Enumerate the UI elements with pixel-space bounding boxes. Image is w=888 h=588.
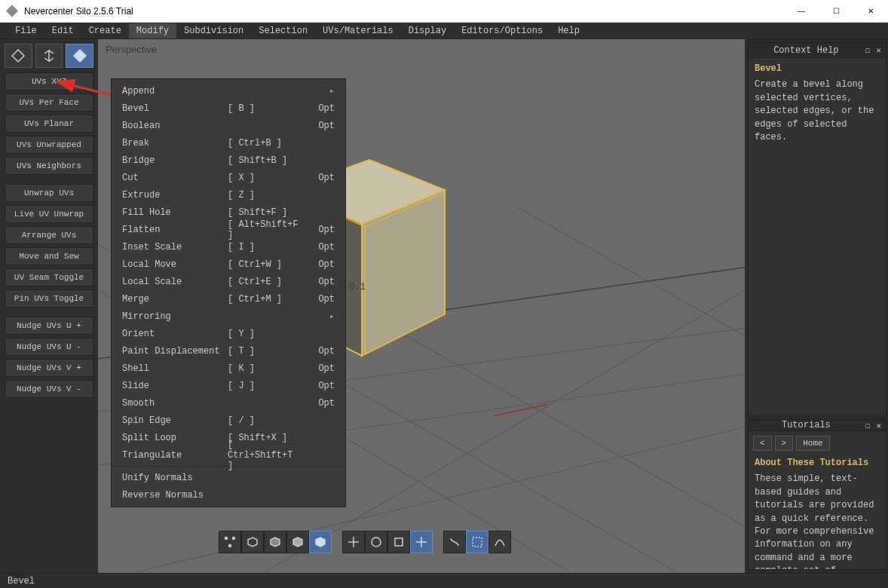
dropdown-item[interactable]: Mirroring▸ xyxy=(112,308,345,325)
mode-edge-button[interactable] xyxy=(35,44,63,68)
dropdown-item[interactable]: Inset Scale[ I ]Opt xyxy=(112,238,345,256)
dropdown-item[interactable]: Append▸ xyxy=(112,82,345,100)
dropdown-item[interactable]: Spin Edge[ / ] xyxy=(112,412,345,429)
manip-universal-button[interactable] xyxy=(410,531,433,553)
dropdown-item[interactable]: Flatten[ Alt+Shift+F ]Opt xyxy=(112,221,345,238)
svg-line-11 xyxy=(494,405,547,416)
svg-point-18 xyxy=(225,537,228,540)
menu-uvs-materials[interactable]: UVs/Materials xyxy=(315,23,401,38)
svg-line-9 xyxy=(516,207,745,336)
tutorials-home-button[interactable]: Home xyxy=(796,436,829,451)
svg-point-20 xyxy=(229,545,231,547)
app-icon xyxy=(6,5,18,17)
shading-wire-button[interactable] xyxy=(241,531,264,553)
svg-rect-23 xyxy=(473,537,482,547)
left-panel-button[interactable]: Nudge UVs V + xyxy=(5,359,93,377)
left-panel-button[interactable]: Move and Sew xyxy=(5,247,93,265)
shading-flat-button[interactable] xyxy=(264,531,286,553)
dropdown-item[interactable]: Cut[ X ]Opt xyxy=(112,169,345,186)
menu-modify[interactable]: Modify xyxy=(129,23,176,38)
left-panel-button[interactable]: UV Seam Toggle xyxy=(5,268,93,286)
menu-subdivision[interactable]: Subdivision xyxy=(176,23,251,38)
dropdown-item[interactable]: BooleanOpt xyxy=(112,117,345,134)
shading-smooth-button[interactable] xyxy=(286,531,309,553)
menu-file[interactable]: File xyxy=(8,23,44,38)
dropdown-item[interactable]: SmoothOpt xyxy=(112,394,345,412)
right-panel: Context Help ☐ ✕ Bevel Create a bevel al… xyxy=(745,39,888,573)
context-help-panel: Context Help ☐ ✕ Bevel Create a bevel al… xyxy=(748,42,886,416)
left-panel-button[interactable]: Nudge UVs U + xyxy=(5,317,93,335)
dropdown-item[interactable]: Bridge[ Shift+B ] xyxy=(112,152,345,169)
dropdown-item[interactable]: Break[ Ctrl+B ] xyxy=(112,134,345,152)
left-panel-button[interactable]: Nudge UVs V - xyxy=(5,380,93,398)
chevron-right-icon: ▸ xyxy=(329,311,335,322)
window-title: Nevercenter Silo 2.5.6 Trial xyxy=(24,6,133,17)
window-controls: — ☐ ✕ xyxy=(784,0,888,23)
manip-move-button[interactable] xyxy=(342,531,365,553)
menu-editors-options[interactable]: Editors/Options xyxy=(454,23,550,38)
dropdown-item[interactable]: Reverse Normals xyxy=(112,486,345,504)
dropdown-item[interactable]: Unify Normals xyxy=(112,469,345,486)
bottom-toolbar xyxy=(219,531,511,553)
close-button[interactable]: ✕ xyxy=(853,0,888,23)
dropdown-item[interactable]: Local Move[ Ctrl+W ]Opt xyxy=(112,256,345,273)
dropdown-item[interactable]: Slide[ J ]Opt xyxy=(112,377,345,394)
tutorials-back-button[interactable]: < xyxy=(753,436,772,451)
menu-help[interactable]: Help xyxy=(550,23,587,38)
dropdown-item[interactable]: Extrude[ Z ] xyxy=(112,186,345,204)
mode-face-button[interactable] xyxy=(66,44,93,68)
dropdown-item[interactable]: Shell[ K ]Opt xyxy=(112,360,345,377)
tutorials-body: These simple, text-based guides and tuto… xyxy=(755,473,880,569)
dropdown-item[interactable]: Triangulate[ Ctrl+Shift+T ] xyxy=(112,446,345,464)
svg-point-21 xyxy=(372,537,381,547)
chevron-right-icon: ▸ xyxy=(329,85,335,96)
panel-close-icon[interactable]: ✕ xyxy=(876,421,881,430)
context-help-heading: Bevel xyxy=(755,63,880,75)
tutorials-heading: About These Tutorials xyxy=(755,457,880,470)
mode-vertex-button[interactable] xyxy=(5,44,32,68)
manip-rotate-button[interactable] xyxy=(365,531,387,553)
left-panel-button[interactable]: Live UV Unwrap xyxy=(5,205,93,223)
shading-textured-button[interactable] xyxy=(309,531,332,553)
manip-scale-button[interactable] xyxy=(387,531,410,553)
tutorials-panel: Tutorials ☐ ✕ < > Home About These Tutor… xyxy=(748,419,886,570)
minimize-button[interactable]: — xyxy=(784,0,819,23)
dropdown-item[interactable]: Merge[ Ctrl+M ]Opt xyxy=(112,290,345,308)
menu-create[interactable]: Create xyxy=(81,23,129,38)
status-text: Bevel xyxy=(8,576,35,586)
left-panel-button[interactable]: Nudge UVs U - xyxy=(5,338,93,356)
menu-edit[interactable]: Edit xyxy=(44,23,81,38)
panel-close-icon[interactable]: ✕ xyxy=(876,45,881,55)
tutorials-forward-button[interactable]: > xyxy=(775,436,794,451)
snap-off-button[interactable] xyxy=(443,531,466,553)
status-bar: Bevel xyxy=(0,573,888,588)
svg-marker-1 xyxy=(74,50,86,62)
menubar: File Edit Create Modify Subdivision Sele… xyxy=(0,23,888,39)
left-panel-button[interactable]: Pin UVs Toggle xyxy=(5,289,93,308)
dropdown-item[interactable]: Orient[ Y ] xyxy=(112,325,345,342)
tutorials-title: Tutorials xyxy=(782,420,831,430)
left-panel-button[interactable]: Arrange UVs xyxy=(5,226,93,244)
left-panel-button[interactable]: UVs Neighbors xyxy=(5,157,93,175)
window-titlebar: Nevercenter Silo 2.5.6 Trial — ☐ ✕ xyxy=(0,0,888,23)
svg-marker-0 xyxy=(12,50,24,62)
left-panel-button[interactable]: Unwrap UVs xyxy=(5,184,93,202)
menu-display[interactable]: Display xyxy=(401,23,454,38)
panel-maximize-icon[interactable]: ☐ xyxy=(865,421,871,430)
maximize-button[interactable]: ☐ xyxy=(819,0,853,23)
shading-points-button[interactable] xyxy=(219,531,241,553)
menu-selection[interactable]: Selection xyxy=(251,23,315,38)
modify-dropdown: Append▸Bevel[ B ]OptBooleanOptBreak[ Ctr… xyxy=(111,78,346,507)
dropdown-item[interactable]: Paint Displacement[ T ]Opt xyxy=(112,342,345,360)
context-help-title: Context Help xyxy=(773,45,838,56)
svg-rect-22 xyxy=(395,538,403,546)
context-help-body: Create a bevel along selected vertices, … xyxy=(755,78,880,144)
dropdown-item[interactable]: Bevel[ B ]Opt xyxy=(112,100,345,117)
svg-point-19 xyxy=(233,537,235,540)
snap-grid-button[interactable] xyxy=(466,531,488,553)
snap-curve-button[interactable] xyxy=(488,531,511,553)
panel-maximize-icon[interactable]: ☐ xyxy=(865,45,871,55)
dropdown-item[interactable]: Local Scale[ Ctrl+E ]Opt xyxy=(112,273,345,290)
